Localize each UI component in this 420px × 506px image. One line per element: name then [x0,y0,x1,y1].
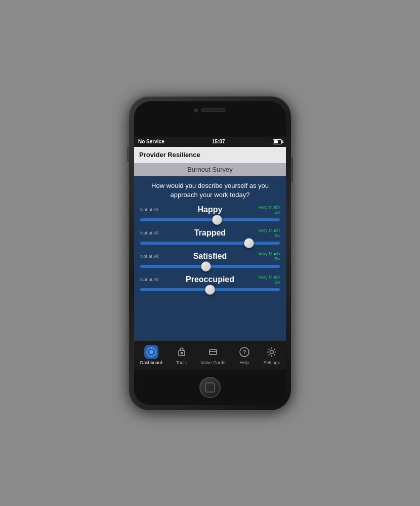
slider-track-1 [140,242,280,245]
slider-section-satisfied: Not at AllSatisfiedVery Much So [140,251,280,270]
slider-not-at-all-0: Not at All [140,207,165,212]
tab-dashboard-label: Dashboard [140,360,162,365]
slider-very-much-1: Very Much So [255,228,280,238]
tab-tools-label: Tools [176,360,187,365]
slider-very-much-2: Very Much So [255,251,280,261]
slider-very-much-0: Very Much So [255,205,280,215]
nav-bar: Provider Resilience [134,147,286,163]
svg-rect-4 [181,352,183,354]
settings-svg [266,346,277,358]
svg-rect-5 [209,349,217,355]
slider-title-0: Happy [165,205,255,214]
tab-dashboard[interactable]: Dashboard [140,345,162,365]
svg-point-8 [270,351,273,354]
camera-row [194,108,226,112]
value-cards-icon [206,345,220,359]
tab-help[interactable]: ? Help [237,345,251,365]
slider-section-trapped: Not at AllTrappedVery Much So [140,228,280,247]
tab-tools[interactable]: Tools [175,345,189,365]
help-icon: ? [237,345,251,359]
slider-section-happy: Not at AllHappyVery Much So [140,205,280,224]
tab-bar: Dashboard Tools [134,340,286,370]
slider-thumb-0[interactable] [212,215,222,225]
slider-label-row-0: Not at AllHappyVery Much So [140,205,280,215]
tools-svg [176,346,187,358]
slider-title-3: Preoccupied [165,275,255,284]
battery-fill [274,140,278,143]
slider-track-3 [140,288,280,291]
phone-screen: No Service 15:07 Provider Resilience Bur… [134,101,286,405]
slider-title-1: Trapped [165,228,255,238]
home-button-inner [205,382,215,393]
sliders-container: Not at AllHappyVery Much SoNot at AllTra… [140,205,280,298]
help-svg: ? [239,346,250,358]
slider-not-at-all-1: Not at All [140,230,165,236]
tab-value-cards-label: Value Cards [200,360,225,365]
survey-header: Burnout Survey [134,163,286,176]
slider-label-row-1: Not at AllTrappedVery Much So [140,228,280,238]
slider-track-container-1[interactable] [140,239,280,247]
slider-track-container-2[interactable] [140,262,280,270]
dashboard-icon [144,345,158,359]
slider-title-2: Satisfied [165,252,255,261]
slider-very-much-3: Very Much So [255,275,280,285]
dashboard-svg [146,346,157,358]
value-cards-svg [207,346,219,358]
home-button[interactable] [199,377,221,398]
survey-header-text: Burnout Survey [187,166,233,173]
svg-text:?: ? [242,349,246,355]
time-display: 15:07 [212,139,225,144]
carrier-status: No Service [138,139,164,144]
settings-icon [265,345,279,359]
tab-value-cards[interactable]: Value Cards [200,345,225,365]
slider-label-row-2: Not at AllSatisfiedVery Much So [140,251,280,261]
earpiece-speaker [201,108,226,112]
front-camera [194,108,198,112]
main-content: How would you describe yourself as you a… [134,176,286,340]
slider-track-container-3[interactable] [140,286,280,294]
battery-indicator [273,139,282,144]
tab-settings-label: Settings [264,360,280,365]
slider-label-row-3: Not at AllPreoccupiedVery Much So [140,275,280,285]
tab-settings[interactable]: Settings [264,345,280,365]
slider-not-at-all-3: Not at All [140,277,165,282]
slider-thumb-1[interactable] [244,238,254,248]
status-bar: No Service 15:07 [134,137,286,147]
slider-thumb-3[interactable] [205,285,215,295]
slider-thumb-2[interactable] [201,261,211,271]
slider-not-at-all-2: Not at All [140,254,165,259]
top-bezel [134,101,286,137]
slider-track-0 [140,218,280,221]
svg-point-1 [149,350,153,354]
slider-track-container-0[interactable] [140,216,280,224]
bottom-bezel [134,370,286,405]
tools-icon [175,345,189,359]
battery-icon [273,139,282,144]
tab-help-label: Help [240,360,249,365]
question-text: How would you describe yourself as you a… [140,181,280,200]
slider-track-2 [140,265,280,268]
phone-frame: No Service 15:07 Provider Resilience Bur… [129,96,291,410]
slider-section-preoccupied: Not at AllPreoccupiedVery Much So [140,275,280,294]
nav-title: Provider Resilience [139,151,200,159]
